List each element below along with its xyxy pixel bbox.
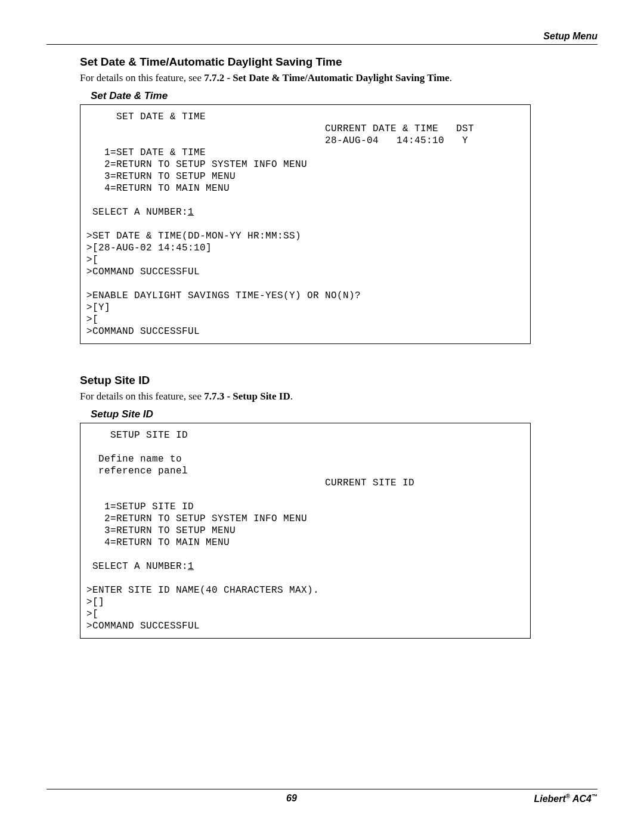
intro-suffix: . bbox=[450, 72, 452, 83]
terminal-input: 1 bbox=[188, 207, 194, 218]
subhead-siteid: Setup Site ID bbox=[91, 408, 531, 420]
page-number: 69 bbox=[49, 793, 534, 804]
content-area: Set Date & Time/Automatic Daylight Savin… bbox=[47, 55, 597, 639]
intro-prefix: For details on this feature, see bbox=[80, 391, 204, 402]
terminal-pre: SET DATE & TIME CURRENT DATE & TIME DST … bbox=[86, 112, 474, 218]
intro-reference: 7.7.2 - Set Date & Time/Automatic Daylig… bbox=[204, 72, 449, 83]
subhead-datetime: Set Date & Time bbox=[91, 90, 531, 102]
terminal-post: >SET DATE & TIME(DD-MON-YY HR:MM:SS) >[2… bbox=[86, 231, 361, 337]
section-heading-siteid: Setup Site ID bbox=[80, 374, 531, 387]
terminal-box-siteid: SETUP SITE ID Define name to reference p… bbox=[80, 423, 531, 639]
terminal-input: 1 bbox=[188, 561, 194, 572]
header-rule bbox=[47, 44, 597, 45]
footer-brand: Liebert® AC4™ bbox=[534, 793, 597, 804]
intro-reference: 7.7.3 - Setup Site ID bbox=[204, 391, 290, 402]
page: Setup Menu Set Date & Time/Automatic Day… bbox=[0, 0, 644, 833]
header-section-label: Setup Menu bbox=[47, 31, 597, 42]
terminal-box-datetime: SET DATE & TIME CURRENT DATE & TIME DST … bbox=[80, 104, 531, 344]
section-intro-datetime: For details on this feature, see 7.7.2 -… bbox=[80, 72, 531, 84]
section-heading-datetime: Set Date & Time/Automatic Daylight Savin… bbox=[80, 55, 531, 69]
section-intro-siteid: For details on this feature, see 7.7.3 -… bbox=[80, 391, 531, 402]
footer: . 69 Liebert® AC4™ bbox=[47, 789, 597, 804]
intro-suffix: . bbox=[290, 391, 293, 402]
intro-prefix: For details on this feature, see bbox=[80, 72, 204, 83]
registered-icon: ® bbox=[566, 793, 570, 800]
footer-row: . 69 Liebert® AC4™ bbox=[47, 793, 597, 804]
footer-rule bbox=[47, 789, 597, 789]
terminal-pre: SETUP SITE ID Define name to reference p… bbox=[86, 430, 414, 572]
brand-name: Liebert bbox=[534, 794, 565, 804]
trademark-icon: ™ bbox=[592, 793, 597, 800]
product-name: AC4 bbox=[572, 794, 592, 804]
terminal-post: >ENTER SITE ID NAME(40 CHARACTERS MAX). … bbox=[86, 585, 319, 631]
